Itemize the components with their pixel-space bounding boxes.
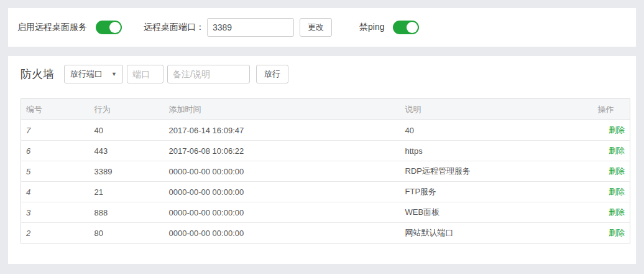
- chevron-down-icon: ▼: [111, 71, 117, 77]
- firewall-panel: 防火墙 放行端口 ▼ 放行 编号 行为 添加时间 说明 操作 7 40 2017…: [8, 56, 636, 264]
- header-action: 行为: [90, 99, 164, 120]
- cell-note: 网站默认端口: [400, 223, 593, 243]
- cell-id: 5: [21, 161, 90, 182]
- remote-desktop-port-label: 远程桌面端口：: [144, 22, 205, 33]
- disable-ping-label: 禁ping: [359, 22, 384, 33]
- allow-button[interactable]: 放行: [256, 65, 288, 83]
- firewall-title: 防火墙: [21, 67, 54, 82]
- header-note: 说明: [400, 99, 593, 120]
- remote-desktop-port-input[interactable]: [207, 18, 294, 37]
- table-row: 4 21 0000-00-00 00:00:00 FTP服务 删除: [21, 182, 630, 202]
- cell-note: FTP服务: [400, 182, 593, 202]
- enable-remote-desktop-toggle[interactable]: [96, 21, 122, 34]
- cell-added: 0000-00-00 00:00:00: [164, 223, 400, 243]
- cell-added: 2017-06-14 16:09:47: [164, 120, 400, 141]
- firewall-table-body: 7 40 2017-06-14 16:09:47 40 删除 6 443 201…: [21, 120, 630, 243]
- cell-action: 443: [90, 141, 164, 161]
- cell-action: 3389: [90, 161, 164, 182]
- cell-note: 40: [400, 120, 593, 141]
- delete-link[interactable]: 删除: [609, 187, 625, 196]
- delete-link[interactable]: 删除: [609, 166, 625, 176]
- table-row: 3 888 0000-00-00 00:00:00 WEB面板 删除: [21, 202, 630, 223]
- table-header-row: 编号 行为 添加时间 说明 操作: [21, 99, 630, 120]
- delete-link[interactable]: 删除: [609, 146, 625, 155]
- cell-action: 40: [90, 120, 164, 141]
- rule-type-select-value: 放行端口: [70, 68, 103, 80]
- table-row: 7 40 2017-06-14 16:09:47 40 删除: [21, 120, 630, 141]
- cell-note: https: [400, 141, 593, 161]
- cell-id: 4: [21, 182, 90, 202]
- header-id: 编号: [21, 99, 90, 120]
- cell-action: 21: [90, 182, 164, 202]
- header-op: 操作: [593, 99, 630, 120]
- delete-link[interactable]: 删除: [609, 207, 625, 217]
- disable-ping-toggle[interactable]: [393, 21, 419, 34]
- note-input[interactable]: [167, 65, 250, 83]
- cell-action: 80: [90, 223, 164, 243]
- toggle-knob: [109, 22, 121, 33]
- remote-desktop-panel: 启用远程桌面服务 远程桌面端口： 更改 禁ping: [8, 8, 636, 47]
- delete-link[interactable]: 删除: [609, 125, 625, 135]
- cell-added: 2017-06-08 10:06:22: [164, 141, 400, 161]
- change-port-button[interactable]: 更改: [300, 18, 332, 37]
- cell-action: 888: [90, 202, 164, 223]
- cell-id: 2: [21, 223, 90, 243]
- cell-id: 3: [21, 202, 90, 223]
- firewall-rules-table: 编号 行为 添加时间 说明 操作 7 40 2017-06-14 16:09:4…: [21, 98, 630, 243]
- toggle-knob: [407, 22, 418, 33]
- enable-remote-desktop-label: 启用远程桌面服务: [17, 22, 87, 33]
- port-input[interactable]: [127, 65, 163, 83]
- cell-id: 6: [21, 141, 90, 161]
- table-row: 6 443 2017-06-08 10:06:22 https 删除: [21, 141, 630, 161]
- rule-type-select[interactable]: 放行端口 ▼: [64, 65, 123, 83]
- cell-id: 7: [21, 120, 90, 141]
- header-added: 添加时间: [164, 99, 400, 120]
- cell-added: 0000-00-00 00:00:00: [164, 161, 400, 182]
- firewall-toolbar: 防火墙 放行端口 ▼ 放行: [21, 65, 623, 83]
- cell-note: WEB面板: [400, 202, 593, 223]
- delete-link[interactable]: 删除: [609, 228, 625, 237]
- table-row: 5 3389 0000-00-00 00:00:00 RDP远程管理服务 删除: [21, 161, 630, 182]
- table-row: 2 80 0000-00-00 00:00:00 网站默认端口 删除: [21, 223, 630, 243]
- cell-added: 0000-00-00 00:00:00: [164, 202, 400, 223]
- cell-note: RDP远程管理服务: [400, 161, 593, 182]
- cell-added: 0000-00-00 00:00:00: [164, 182, 400, 202]
